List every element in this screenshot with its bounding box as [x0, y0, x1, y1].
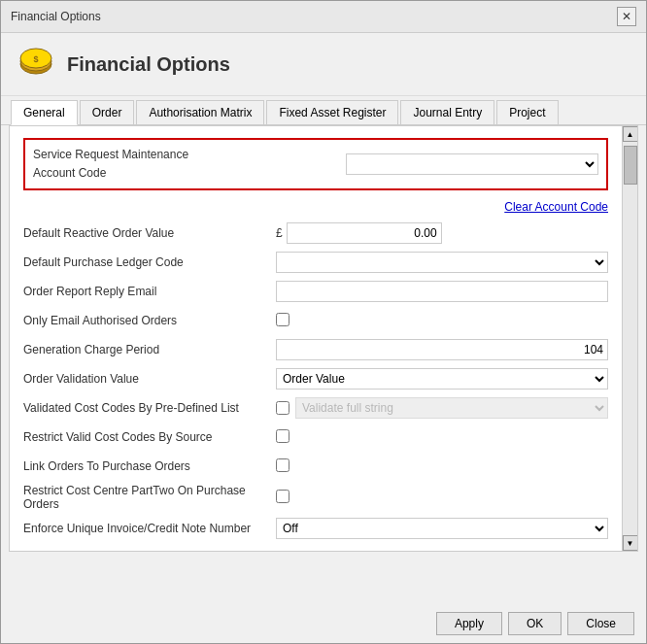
currency-input-group: £: [276, 222, 608, 244]
header-icon: $: [17, 45, 55, 84]
scroll-down-icon: ▼: [627, 539, 634, 548]
link-orders-control: [276, 458, 608, 475]
scrollable-content: Service Request Maintenance Account Code…: [10, 126, 622, 551]
close-icon: ✕: [622, 10, 631, 23]
tab-journal-entry[interactable]: Journal Entry: [400, 100, 494, 124]
link-orders-label: Link Orders To Purchase Orders: [23, 459, 276, 473]
purchase-ledger-code-select[interactable]: [276, 252, 608, 273]
validated-cost-codes-row: Validated Cost Codes By Pre-Defined List…: [23, 396, 608, 420]
default-reactive-order-value-row: Default Reactive Order Value £: [23, 221, 608, 245]
window-title: Financial Options: [11, 10, 101, 23]
order-report-reply-email-row: Order Report Reply Email: [23, 280, 608, 303]
svg-text:$: $: [33, 54, 38, 64]
only-email-authorised-orders-checkbox[interactable]: [276, 313, 289, 326]
window-close-button[interactable]: ✕: [617, 7, 636, 26]
title-bar: Financial Options ✕: [1, 1, 646, 33]
title-bar-text: Financial Options: [11, 10, 101, 23]
scroll-up-icon: ▲: [627, 130, 634, 139]
order-report-reply-email-control: [276, 281, 608, 302]
only-email-authorised-orders-label: Only Email Authorised Orders: [23, 314, 276, 327]
validate-string-select[interactable]: Validate full string: [295, 397, 608, 419]
order-validation-value-label: Order Validation Value: [23, 372, 276, 386]
financial-options-icon: $: [17, 46, 54, 83]
vertical-scrollbar: ▲ ▼: [622, 126, 637, 551]
financial-options-window: Financial Options ✕ $ Financial Options …: [0, 0, 647, 644]
service-request-line1: Service Request Maintenance: [33, 146, 188, 164]
tab-order[interactable]: Order: [80, 100, 135, 124]
only-email-authorised-orders-row: Only Email Authorised Orders: [23, 309, 608, 332]
order-report-reply-email-input[interactable]: [276, 281, 608, 302]
close-button[interactable]: Close: [567, 612, 634, 635]
validated-cost-codes-control: Validate full string: [276, 397, 608, 419]
restrict-cost-centre-row: Restrict Cost Centre PartTwo On Purchase…: [23, 484, 608, 511]
tab-fixed-asset-register[interactable]: Fixed Asset Register: [266, 100, 398, 124]
default-purchase-ledger-code-label: Default Purchase Ledger Code: [23, 255, 276, 269]
tab-authorisation-matrix[interactable]: Authorisation Matrix: [136, 100, 264, 124]
dialog-title: Financial Options: [67, 53, 230, 76]
scroll-up-button[interactable]: ▲: [623, 126, 638, 142]
enforce-unique-invoice-control: Off On: [276, 518, 608, 539]
scrollbar-thumb[interactable]: [624, 146, 637, 185]
service-request-box: Service Request Maintenance Account Code: [23, 138, 608, 190]
scroll-down-button[interactable]: ▼: [623, 535, 638, 551]
enforce-unique-invoice-select[interactable]: Off On: [276, 518, 608, 539]
scrollbar-track[interactable]: [623, 142, 637, 535]
restrict-cost-centre-control: [276, 490, 608, 506]
default-purchase-ledger-code-row: Default Purchase Ledger Code: [23, 251, 608, 274]
enforce-unique-invoice-label: Enforce Unique Invoice/Credit Note Numbe…: [23, 522, 276, 535]
order-report-reply-email-label: Order Report Reply Email: [23, 285, 276, 298]
link-orders-row: Link Orders To Purchase Orders: [23, 455, 608, 478]
tab-project[interactable]: Project: [496, 100, 558, 124]
restrict-valid-cost-codes-checkbox[interactable]: [276, 429, 289, 443]
generation-charge-period-control: [276, 339, 608, 360]
restrict-valid-cost-codes-control: [276, 429, 608, 446]
generation-charge-period-label: Generation Charge Period: [23, 343, 276, 356]
dialog-header: $ Financial Options: [1, 33, 646, 96]
restrict-valid-cost-codes-row: Restrict Valid Cost Codes By Source: [23, 425, 608, 449]
reactive-order-value-input[interactable]: [287, 222, 442, 244]
tab-general[interactable]: General: [11, 100, 78, 125]
default-reactive-order-value-control: £: [276, 222, 608, 244]
footer-buttons: Apply OK Close: [1, 604, 646, 643]
service-request-dropdown[interactable]: [346, 153, 598, 175]
validated-cost-codes-label: Validated Cost Codes By Pre-Defined List: [23, 401, 276, 415]
bottom-spacer: [1, 556, 646, 604]
currency-symbol: £: [276, 226, 283, 240]
restrict-cost-centre-checkbox[interactable]: [276, 490, 289, 503]
order-validation-value-select[interactable]: Order Value: [276, 368, 608, 390]
order-validation-value-control: Order Value: [276, 368, 608, 390]
order-validation-value-row: Order Validation Value Order Value: [23, 367, 608, 390]
generation-charge-period-input[interactable]: [276, 339, 608, 360]
ok-button[interactable]: OK: [508, 612, 562, 635]
service-request-line2: Account Code: [33, 164, 188, 183]
validated-cost-codes-checkbox[interactable]: [276, 401, 289, 415]
content-area: Service Request Maintenance Account Code…: [9, 125, 638, 552]
restrict-valid-cost-codes-label: Restrict Valid Cost Codes By Source: [23, 430, 276, 444]
restrict-cost-centre-label: Restrict Cost Centre PartTwo On Purchase…: [23, 484, 276, 511]
apply-button[interactable]: Apply: [436, 612, 502, 635]
default-reactive-order-value-label: Default Reactive Order Value: [23, 226, 276, 240]
clear-account-code-link[interactable]: Clear Account Code: [23, 200, 608, 214]
only-email-authorised-orders-control: [276, 313, 608, 329]
link-orders-checkbox[interactable]: [276, 458, 289, 472]
generation-charge-period-row: Generation Charge Period: [23, 338, 608, 361]
enforce-unique-invoice-row: Enforce Unique Invoice/Credit Note Numbe…: [23, 517, 608, 540]
default-purchase-ledger-code-control: [276, 252, 608, 273]
tab-bar: General Order Authorisation Matrix Fixed…: [1, 96, 646, 125]
service-request-label: Service Request Maintenance Account Code: [33, 146, 188, 183]
